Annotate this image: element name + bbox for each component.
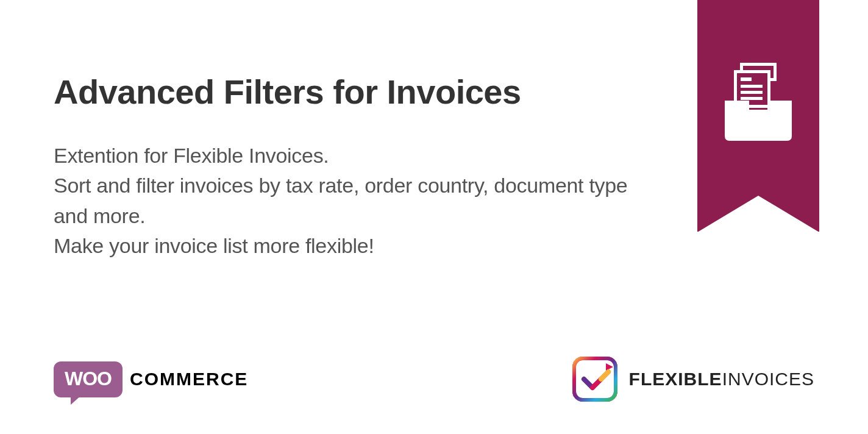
- invoice-archive-icon: [719, 58, 798, 143]
- svg-rect-0: [741, 77, 752, 81]
- svg-rect-5: [574, 358, 616, 400]
- svg-rect-4: [574, 358, 616, 400]
- checkbox-colorful-icon: [571, 355, 619, 404]
- svg-marker-6: [606, 363, 613, 371]
- ribbon-badge: [697, 0, 819, 232]
- woo-bubble-icon: WOO: [54, 361, 123, 397]
- svg-rect-2: [741, 91, 763, 94]
- main-content: Advanced Filters for Invoices Extention …: [54, 72, 655, 261]
- page-title: Advanced Filters for Invoices: [54, 72, 655, 112]
- flexible-invoices-text: FLEXIBLE INVOICES: [629, 369, 814, 390]
- commerce-label: COMMERCE: [130, 369, 248, 390]
- flexible-label-light: INVOICES: [722, 369, 814, 390]
- description-line-2: Sort and filter invoices by tax rate, or…: [54, 171, 655, 231]
- flexible-invoices-logo: FLEXIBLE INVOICES: [571, 355, 814, 404]
- woocommerce-logo: WOO COMMERCE: [54, 361, 248, 397]
- footer-logos: WOO COMMERCE FLEXIBLE INVOI: [54, 355, 814, 404]
- svg-rect-3: [741, 97, 763, 100]
- description-line-1: Extention for Flexible Invoices.: [54, 141, 655, 171]
- description: Extention for Flexible Invoices. Sort an…: [54, 141, 655, 261]
- svg-rect-1: [741, 85, 763, 88]
- description-line-3: Make your invoice list more flexible!: [54, 231, 655, 261]
- flexible-label-bold: FLEXIBLE: [629, 369, 722, 390]
